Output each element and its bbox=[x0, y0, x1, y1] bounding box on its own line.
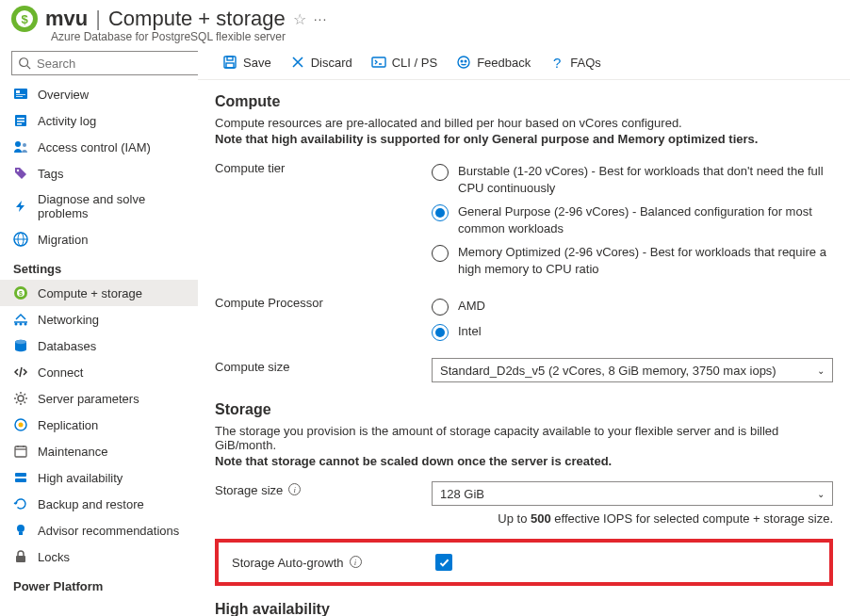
sidebar-item-tags[interactable]: Tags bbox=[0, 160, 198, 186]
svg-rect-5 bbox=[16, 96, 23, 97]
sidebar-item-high-availability[interactable]: High availability bbox=[0, 464, 198, 491]
svg-point-10 bbox=[15, 141, 21, 147]
sidebar-item-label: Networking bbox=[38, 313, 99, 327]
info-icon[interactable]: i bbox=[288, 483, 301, 495]
sidebar-item-locks[interactable]: Locks bbox=[0, 543, 198, 570]
svg-point-11 bbox=[23, 143, 26, 147]
sidebar-section-settings: Settings bbox=[0, 252, 198, 280]
compute-storage-icon: $ bbox=[13, 285, 28, 300]
high-availability-icon bbox=[13, 470, 28, 485]
compute-size-select[interactable]: Standard_D2ds_v5 (2 vCores, 8 GiB memory… bbox=[432, 358, 833, 382]
sidebar-item-activity-log[interactable]: Activity log bbox=[0, 107, 198, 134]
save-icon bbox=[222, 55, 237, 70]
sidebar-item-connect[interactable]: Connect bbox=[0, 359, 198, 385]
advisor-icon bbox=[13, 523, 28, 538]
favorite-star-icon[interactable]: ☆ bbox=[293, 10, 306, 28]
sidebar-item-label: Tags bbox=[38, 167, 63, 181]
chevron-down-icon: ⌄ bbox=[817, 365, 825, 376]
svg-rect-2 bbox=[14, 89, 27, 99]
radio-icon bbox=[432, 245, 449, 262]
sidebar-item-advisor[interactable]: Advisor recommendations bbox=[0, 517, 198, 543]
compute-description: Compute resources are pre-allocated and … bbox=[215, 116, 833, 130]
iops-note: Up to 500 effective IOPS for selected co… bbox=[432, 511, 833, 526]
sidebar-item-label: Maintenance bbox=[38, 445, 107, 459]
svg-point-33 bbox=[17, 525, 25, 532]
svg-point-26 bbox=[19, 423, 24, 428]
sidebar-item-label: Server parameters bbox=[38, 392, 139, 406]
sidebar-item-label: Locks bbox=[38, 550, 70, 564]
svg-rect-38 bbox=[226, 63, 234, 68]
storage-heading: Storage bbox=[215, 401, 833, 418]
check-icon bbox=[438, 557, 450, 569]
compute-processor-label: Compute Processor bbox=[215, 294, 432, 345]
resource-icon: $ bbox=[11, 6, 38, 32]
svg-point-12 bbox=[17, 170, 19, 171]
compute-tier-label: Compute tier bbox=[215, 159, 432, 281]
storage-autogrowth-highlight: Storage Auto-growthi bbox=[215, 539, 833, 586]
maintenance-icon bbox=[13, 444, 28, 459]
faqs-button[interactable]: ?FAQs bbox=[542, 51, 609, 73]
page-title: mvu | Compute + storage bbox=[45, 7, 286, 31]
discard-icon bbox=[290, 55, 305, 70]
svg-rect-4 bbox=[16, 94, 25, 95]
sidebar-item-migration[interactable]: Migration bbox=[0, 226, 198, 252]
radio-icon bbox=[432, 324, 449, 341]
backup-restore-icon bbox=[13, 496, 28, 511]
storage-autogrowth-checkbox[interactable] bbox=[435, 554, 452, 571]
sidebar-item-label: Activity log bbox=[38, 114, 96, 128]
sidebar-item-replication[interactable]: Replication bbox=[0, 412, 198, 438]
svg-point-24 bbox=[18, 396, 24, 401]
svg-point-42 bbox=[458, 57, 469, 68]
server-parameters-icon bbox=[13, 391, 28, 406]
storage-autogrowth-label: Storage Auto-growthi bbox=[232, 554, 435, 571]
ha-heading: High availability bbox=[215, 601, 833, 616]
sidebar-item-overview[interactable]: Overview bbox=[0, 81, 198, 107]
radio-icon bbox=[432, 164, 449, 181]
more-icon[interactable]: ··· bbox=[314, 11, 328, 26]
sidebar-item-databases[interactable]: Databases bbox=[0, 332, 198, 359]
svg-rect-41 bbox=[372, 57, 385, 67]
tier-option-general-purpose[interactable]: General Purpose (2-96 vCores) - Balanced… bbox=[432, 200, 833, 240]
svg-rect-7 bbox=[17, 118, 25, 120]
feedback-icon bbox=[456, 55, 471, 70]
sidebar-item-label: Overview bbox=[38, 88, 89, 102]
iam-icon bbox=[13, 139, 28, 154]
migration-icon bbox=[13, 232, 28, 247]
tier-option-memory-optimized[interactable]: Memory Optimized (2-96 vCores) - Best fo… bbox=[432, 240, 833, 281]
sidebar-search-input[interactable] bbox=[11, 51, 198, 75]
info-icon[interactable]: i bbox=[350, 556, 362, 568]
sidebar-item-networking[interactable]: Networking bbox=[0, 306, 198, 332]
sidebar-item-backup-restore[interactable]: Backup and restore bbox=[0, 491, 198, 517]
sidebar-item-label: Migration bbox=[38, 233, 88, 247]
sidebar-item-server-parameters[interactable]: Server parameters bbox=[0, 385, 198, 412]
tier-option-burstable[interactable]: Burstable (1-20 vCores) - Best for workl… bbox=[432, 159, 833, 200]
help-icon: ? bbox=[549, 55, 564, 70]
svg-point-0 bbox=[20, 58, 28, 67]
svg-rect-8 bbox=[17, 121, 25, 122]
chevron-down-icon: ⌄ bbox=[817, 489, 825, 499]
sidebar-item-compute-storage[interactable]: $ Compute + storage bbox=[0, 280, 198, 306]
svg-rect-37 bbox=[227, 57, 233, 60]
svg-point-43 bbox=[461, 60, 463, 62]
processor-option-amd[interactable]: AMD bbox=[432, 294, 833, 319]
sidebar-item-label: Access control (IAM) bbox=[38, 140, 151, 154]
sidebar-item-label: Diagnose and solve problems bbox=[38, 192, 188, 220]
sidebar-item-diagnose[interactable]: Diagnose and solve problems bbox=[0, 186, 198, 226]
svg-point-23 bbox=[15, 340, 26, 344]
sidebar-item-label: Advisor recommendations bbox=[38, 524, 179, 538]
tags-icon bbox=[13, 166, 28, 181]
cli-button[interactable]: CLI / PS bbox=[364, 51, 445, 73]
svg-rect-3 bbox=[16, 90, 20, 93]
compute-note: Note that high availability is supported… bbox=[215, 132, 833, 146]
sidebar-item-label: Compute + storage bbox=[38, 286, 142, 300]
sidebar-item-iam[interactable]: Access control (IAM) bbox=[0, 134, 198, 160]
connect-icon bbox=[13, 365, 28, 380]
discard-button[interactable]: Discard bbox=[283, 51, 360, 73]
storage-size-select[interactable]: 128 GiB⌄ bbox=[432, 481, 833, 506]
svg-text:$: $ bbox=[19, 290, 23, 298]
save-button[interactable]: Save bbox=[215, 51, 279, 73]
processor-option-intel[interactable]: Intel bbox=[432, 319, 833, 345]
feedback-button[interactable]: Feedback bbox=[449, 51, 538, 73]
sidebar-item-maintenance[interactable]: Maintenance bbox=[0, 438, 198, 464]
search-icon bbox=[18, 57, 31, 70]
